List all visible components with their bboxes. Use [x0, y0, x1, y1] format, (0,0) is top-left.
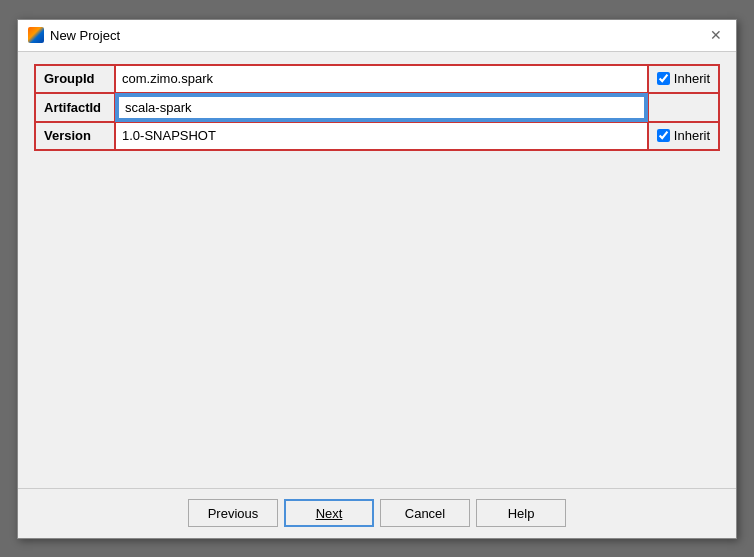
title-bar: New Project ✕: [18, 20, 736, 52]
new-project-dialog: New Project ✕ GroupId Inherit ArtifactId…: [17, 19, 737, 539]
cancel-label: Cancel: [405, 506, 445, 521]
help-button[interactable]: Help: [476, 499, 566, 527]
close-button[interactable]: ✕: [706, 25, 726, 45]
artifactid-input[interactable]: [117, 95, 646, 120]
button-bar: Previous Next Cancel Help: [18, 488, 736, 538]
groupid-inherit-cell: Inherit: [648, 65, 719, 93]
version-inherit-checkbox[interactable]: [657, 129, 670, 142]
cancel-button[interactable]: Cancel: [380, 499, 470, 527]
groupid-inherit-label: Inherit: [674, 71, 710, 86]
next-label: Next: [316, 506, 343, 521]
version-inherit-label: Inherit: [674, 128, 710, 143]
help-label: Help: [508, 506, 535, 521]
next-button[interactable]: Next: [284, 499, 374, 527]
previous-button[interactable]: Previous: [188, 499, 278, 527]
version-input[interactable]: [116, 123, 647, 149]
artifactid-label: ArtifactId: [35, 93, 115, 122]
artifactid-empty-cell: [648, 93, 719, 122]
artifactid-input-cell: [115, 93, 648, 122]
form-grid: GroupId Inherit ArtifactId Version Inher…: [34, 64, 720, 151]
version-inherit-cell: Inherit: [648, 122, 719, 150]
previous-label: Previous: [208, 506, 259, 521]
groupid-input-cell: [115, 65, 648, 93]
groupid-input[interactable]: [116, 66, 647, 92]
title-bar-left: New Project: [28, 27, 120, 43]
groupid-inherit-checkbox[interactable]: [657, 72, 670, 85]
version-label: Version: [35, 122, 115, 150]
content-area: GroupId Inherit ArtifactId Version Inher…: [18, 52, 736, 488]
groupid-label: GroupId: [35, 65, 115, 93]
dialog-icon: [28, 27, 44, 43]
version-input-cell: [115, 122, 648, 150]
dialog-title: New Project: [50, 28, 120, 43]
